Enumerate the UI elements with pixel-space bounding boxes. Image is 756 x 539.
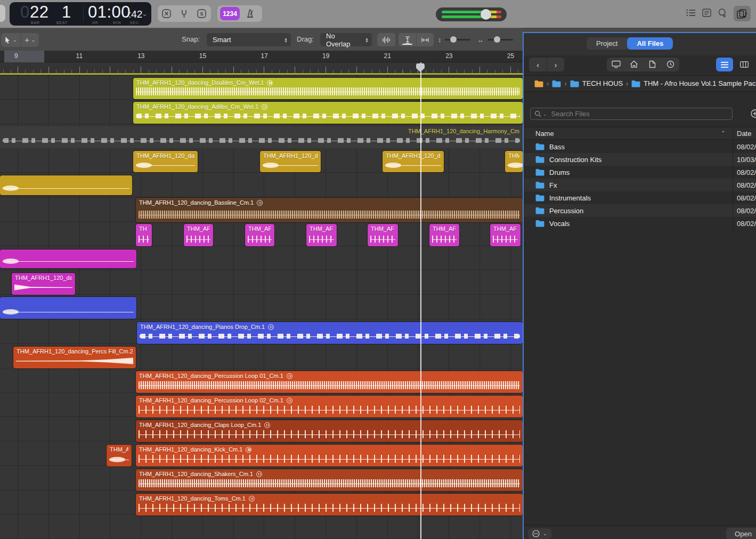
- search-scope-chevron-icon[interactable]: ⌄: [543, 111, 547, 117]
- region-gold-long[interactable]: [0, 175, 132, 195]
- vertical-zoom-slider[interactable]: ↕: [438, 33, 470, 46]
- region-perc-mini-3[interactable]: THM_AF: [245, 224, 274, 246]
- slider-knob[interactable]: [494, 36, 500, 43]
- region-dancing-clip-2[interactable]: THM_AFRH1_120_da: [260, 151, 321, 172]
- ruler-ticks[interactable]: [0, 62, 523, 74]
- region-toms[interactable]: THM_AFRH1_120_dancing_Toms_Cm.1: [136, 494, 523, 516]
- region-kick-mini[interactable]: THM_AF: [107, 445, 132, 466]
- document-icon: [649, 60, 656, 68]
- slider-track[interactable]: [487, 39, 513, 41]
- breadcrumb-item[interactable]: [534, 80, 543, 87]
- breadcrumb-item[interactable]: TECH HOUSE: [570, 79, 623, 87]
- file-row-bass[interactable]: Bass08/02/: [524, 140, 756, 153]
- region-perc-mini-1[interactable]: TH: [136, 224, 152, 246]
- forward-button[interactable]: ›: [547, 58, 564, 71]
- tuner-button[interactable]: [175, 5, 193, 22]
- region-pink-small[interactable]: THM_AFRH1_120_da: [12, 273, 75, 295]
- count-in-button[interactable]: 1234: [220, 7, 240, 20]
- breadcrumb-label: TECH HOUSE: [582, 79, 623, 87]
- region-percussion-loop-02[interactable]: THM_AFRH1_120_dancing_Percussion Loop 02…: [136, 396, 523, 417]
- tab-all-files[interactable]: All Files: [627, 37, 673, 50]
- region-perc-mini-6[interactable]: THM_AF: [429, 224, 459, 246]
- region-perc-mini-7[interactable]: THM_AF: [490, 224, 521, 246]
- metronome-button[interactable]: [241, 5, 259, 22]
- metronome-icon: [245, 9, 255, 18]
- file-row-percussion[interactable]: Percussion08/02/: [524, 204, 756, 217]
- region-perc-mini-5[interactable]: THM_AF: [368, 224, 398, 246]
- home-button[interactable]: [625, 58, 643, 71]
- region-claps-loop[interactable]: THM_AFRH1_120_dancing_Claps Loop_Cm.1: [136, 420, 523, 442]
- list-view-button[interactable]: [716, 58, 733, 71]
- file-row-vocals[interactable]: Vocals08/02/: [524, 217, 756, 230]
- waveform: [309, 236, 334, 243]
- transport-button-group: S: [158, 5, 211, 22]
- region-dancing-clip-4[interactable]: THM: [505, 151, 523, 172]
- lcd-display[interactable]: 0 22 1 BAR BEAT 01:00 :42 HR MIN SEC ⌄: [10, 2, 151, 26]
- region-blue-long[interactable]: [0, 297, 136, 319]
- command-click-tool-menu[interactable]: + ⌄: [21, 33, 39, 47]
- region-kick[interactable]: THM_AFRH1_120_dancing_Kick_Cm.1: [136, 445, 523, 466]
- apple-loops-button[interactable]: [718, 8, 727, 20]
- open-button[interactable]: Open: [726, 528, 756, 539]
- file-date: 08/02/: [737, 207, 756, 215]
- volume-knob[interactable]: [481, 9, 491, 20]
- ruler-bar-numbers[interactable]: 91113151719212325: [0, 51, 523, 62]
- file-row-fx[interactable]: Fx08/02/: [524, 179, 756, 191]
- region-percs-fill[interactable]: THM_AFRH1_120_dancing_Percs Fill_Cm.2: [13, 347, 136, 368]
- file-row-instrumentals[interactable]: Instrumentals08/02/: [524, 191, 756, 204]
- tab-project[interactable]: Project: [587, 37, 627, 50]
- region-shakers[interactable]: THM_AFRH1_120_dancing_Shakers_Cm.1: [136, 469, 523, 491]
- region-percussion-loop-01[interactable]: THM_AFRH1_120_dancing_Percussion Loop 01…: [136, 371, 523, 393]
- drag-select[interactable]: No Overlap ▲▼: [320, 33, 372, 46]
- region-perc-mini-2[interactable]: THM_AF: [184, 224, 213, 246]
- horizontal-auto-zoom-button[interactable]: [416, 33, 434, 46]
- region-dancing-clip-1[interactable]: THM_AFRH1_120_dan: [133, 151, 198, 172]
- slider-knob[interactable]: [450, 36, 457, 43]
- region-perc-mini-4[interactable]: THM_AF: [306, 224, 337, 246]
- region-dancing-clip-3[interactable]: THM_AFRH1_120_da: [383, 151, 444, 172]
- back-button[interactable]: ‹: [529, 58, 547, 71]
- recents-button[interactable]: [661, 58, 679, 71]
- file-row-construction-kits[interactable]: Construction Kits10/03/: [524, 153, 756, 166]
- vertical-auto-zoom-button[interactable]: [399, 33, 416, 46]
- region-pianos-drop[interactable]: THM_AFRH1_120_dancing_Pianos Drop_Cm.1: [137, 322, 523, 344]
- add-button[interactable]: [751, 109, 756, 120]
- folder-icon: [535, 207, 544, 214]
- solo-button[interactable]: S: [193, 5, 210, 22]
- region-pink-long[interactable]: [0, 250, 136, 268]
- column-header-date[interactable]: Date: [737, 130, 751, 138]
- search-field[interactable]: ⌄: [530, 108, 733, 120]
- left-click-tool-menu[interactable]: ⌄: [1, 33, 21, 47]
- list-editors-button[interactable]: [686, 9, 696, 19]
- file-date: 08/02/: [737, 181, 756, 189]
- region-header: THM_AFRH1_120_dancing_Percussion Loop 02…: [136, 396, 523, 404]
- file-list-header[interactable]: Name ⌃ Date: [524, 127, 756, 140]
- search-input[interactable]: [550, 109, 728, 118]
- waveform-zoom-button[interactable]: [377, 33, 395, 46]
- note-pads-button[interactable]: [702, 9, 711, 19]
- edge-button[interactable]: [0, 5, 5, 22]
- action-menu-button[interactable]: ⌄: [528, 528, 551, 539]
- file-row-drums[interactable]: Drums08/02/: [524, 166, 756, 179]
- column-view-button[interactable]: [736, 58, 753, 71]
- file-date: 10/03/: [737, 156, 756, 164]
- snap-select[interactable]: Smart ▲▼: [207, 33, 291, 46]
- breadcrumb-item[interactable]: THM - Afro House Vol.1 Sample Pack: [631, 79, 756, 87]
- documents-button[interactable]: [643, 58, 661, 71]
- pointer-tool-icon: [5, 36, 11, 44]
- master-volume-slider[interactable]: [436, 7, 507, 21]
- region-doubles[interactable]: THM_AFRH1_120_dancing_Doubles_Cm_Wet.1: [133, 78, 523, 99]
- column-header-name[interactable]: Name: [535, 130, 554, 138]
- region-bassline[interactable]: THM_AFRH1_120_dancing_Bassline_Cm.1: [136, 198, 523, 222]
- region-harmony[interactable]: THM_AFRH1_120_dancing_Harmony_Cm: [0, 126, 523, 148]
- media-browser-button[interactable]: [734, 6, 751, 21]
- track-canvas[interactable]: THM_AFRH1_120_dancing_Doubles_Cm_Wet.1TH…: [0, 75, 523, 539]
- breadcrumb-item[interactable]: [552, 80, 561, 87]
- computer-button[interactable]: [607, 58, 625, 71]
- horizontal-zoom-slider[interactable]: ↔: [477, 33, 513, 46]
- region-label: TH: [139, 226, 147, 232]
- lcd-chevron-icon[interactable]: ⌄: [142, 10, 148, 18]
- no-input-button[interactable]: [158, 5, 175, 22]
- region-adlibs[interactable]: THM_AFRH1_120_dancing_Adlibs_Cm_Wet.1: [133, 102, 523, 124]
- slider-track[interactable]: [445, 39, 470, 41]
